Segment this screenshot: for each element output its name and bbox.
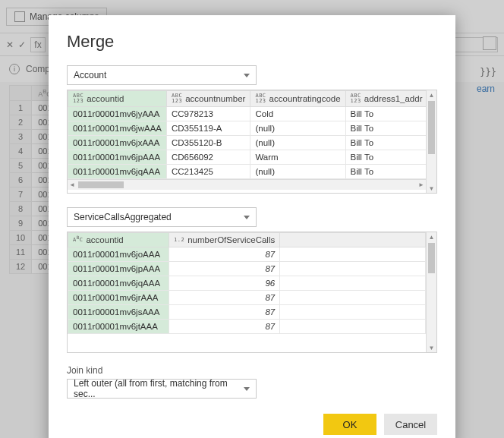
ok-button[interactable]: OK [323,414,376,435]
table-row[interactable]: 0011r00001mv6jyAAACC978213ColdBill To [68,107,427,121]
table-row[interactable]: 0011r00001mv6jrAAA87 [68,291,426,305]
source2-grid: ABCaccountid 1.2numberOfServiceCalls 001… [67,232,437,353]
cancel-button[interactable]: Cancel [384,414,437,435]
type-any-icon: ABC123 [73,93,83,104]
chevron-down-icon [244,216,250,219]
table-row[interactable]: 0011r00001mv6jpAAA87 [68,262,426,276]
table-row[interactable]: 0011r00001mv6jtAAA87 [68,320,426,334]
column-header[interactable]: ABC123accountnumber [167,91,250,107]
source2-value: ServiceCallsAggregated [74,212,172,222]
column-header[interactable]: ABCaccountid [68,233,169,247]
vertical-scrollbar[interactable]: ▲ ▼ [426,90,436,193]
type-number-icon: 1.2 [174,238,184,243]
type-text-icon: ABC [73,236,83,243]
horizontal-scrollbar[interactable]: ◄ ► [68,179,426,190]
join-kind-select[interactable]: Left outer (all from first, matching fro… [67,379,257,399]
type-any-icon: ABC123 [172,93,182,104]
table-row[interactable]: 0011r00001mv6jwAAACD355119-A(null)Bill T… [68,121,427,136]
source2-select[interactable]: ServiceCallsAggregated [67,207,257,227]
merge-dialog: Merge Account ABC123accountid ABC123acco… [49,15,455,438]
column-header[interactable]: ABC123accountratingcode [250,91,345,107]
modal-overlay: Merge Account ABC123accountid ABC123acco… [0,0,504,438]
source1-select[interactable]: Account [67,65,257,85]
type-any-icon: ABC123 [351,93,361,104]
source1-grid: ABC123accountid ABC123accountnumber ABC1… [67,90,437,194]
table-row[interactable]: 0011r00001mv6jpAAACD656092WarmBill To [68,150,427,165]
table-row[interactable]: 0011r00001mv6jqAAACC213425(null)Bill To [68,165,427,179]
join-kind-value: Left outer (all from first, matching fro… [74,378,244,399]
column-header[interactable]: ABC123address1_addr [345,91,426,107]
column-spacer [280,233,426,247]
join-kind-label: Join kind [67,365,437,376]
type-any-icon: ABC123 [255,93,266,104]
table-row[interactable]: 0011r00001mv6jqAAA96 [68,276,426,291]
column-header[interactable]: 1.2numberOfServiceCalls [169,233,280,247]
chevron-down-icon [244,387,250,391]
source1-value: Account [74,70,106,80]
chevron-down-icon [244,74,250,77]
table-row[interactable]: 0011r00001mv6jsAAA87 [68,305,426,320]
vertical-scrollbar[interactable]: ▲ ▼ [426,232,436,352]
dialog-title: Merge [67,32,437,52]
table-row[interactable]: 0011r00001mv6jxAAACD355120-B(null)Bill T… [68,136,427,150]
table-row[interactable]: 0011r00001mv6joAAA87 [68,247,426,262]
column-header[interactable]: ABC123accountid [68,91,167,107]
